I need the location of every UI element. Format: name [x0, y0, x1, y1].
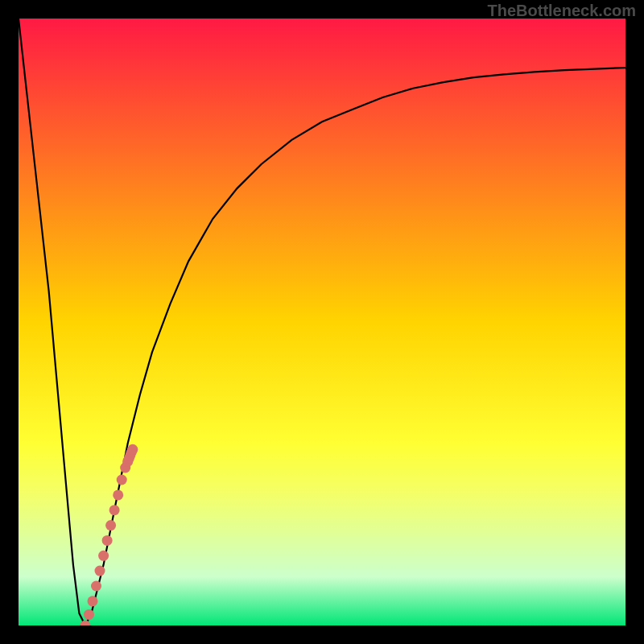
scatter-dot [127, 444, 138, 455]
scatter-dot [95, 566, 105, 576]
scatter-dot [91, 581, 101, 592]
chart-svg [19, 19, 625, 625]
scatter-dot [102, 535, 113, 546]
watermark-text: TheBottleneck.com [488, 2, 636, 20]
scatter-dot [98, 551, 109, 561]
scatter-dot [88, 596, 98, 606]
plot-area [19, 19, 625, 625]
scatter-dot [84, 609, 94, 620]
scatter-dot [109, 505, 120, 515]
scatter-dot [105, 520, 116, 530]
scatter-dot [117, 475, 127, 485]
scatter-dot [113, 489, 123, 500]
